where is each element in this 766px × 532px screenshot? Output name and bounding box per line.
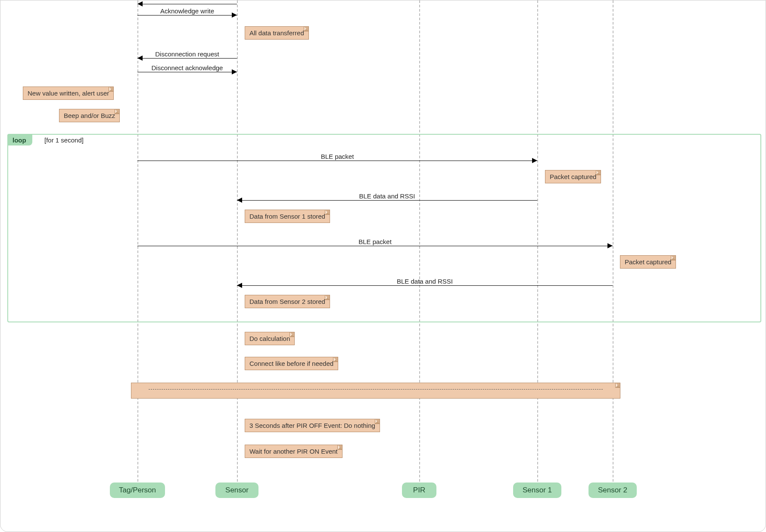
arrow-head	[237, 283, 242, 288]
message-label: BLE packet	[358, 238, 392, 245]
note-text: Data from Sensor 1 stored	[249, 213, 325, 220]
participant-pir: PIR	[402, 483, 436, 498]
loop-label: loop	[12, 136, 26, 144]
arrow-head	[232, 12, 237, 18]
note-text: Do calculation	[249, 335, 290, 342]
participant-s1: Sensor 1	[513, 483, 561, 498]
loop-tab: loop	[8, 135, 32, 145]
arrow-head	[532, 158, 537, 163]
note-wait: Wait for another PIR ON Event	[245, 445, 343, 458]
note-text: Packet captured	[550, 173, 596, 180]
message-label: Disconnection request	[155, 50, 219, 58]
note-text: Beep and/or Buzz	[64, 112, 115, 119]
message-arrow	[137, 15, 237, 15]
note-d1: Data from Sensor 1 stored	[245, 210, 330, 223]
note-new_value: New value written, alert user	[23, 87, 114, 100]
message-arrow	[137, 246, 613, 246]
loop-frame: loop[for 1 second]	[7, 134, 761, 322]
sequence-diagram: Tag/PersonSensorPIRSensor 1Sensor 2Ackno…	[0, 0, 766, 532]
note-d2: Data from Sensor 2 stored	[245, 295, 330, 308]
message-label: Disconnect acknowledge	[152, 64, 223, 71]
participant-tag: Tag/Person	[110, 483, 165, 498]
note-text: Packet captured	[625, 258, 671, 266]
message-arrow	[137, 72, 237, 72]
note-separator	[131, 383, 620, 399]
note-text: Connect like before if needed	[249, 360, 333, 367]
note-pkt1: Packet captured	[545, 170, 601, 183]
participant-label: Sensor 1	[523, 486, 552, 494]
note-text: Data from Sensor 2 stored	[249, 298, 325, 305]
note-text: Wait for another PIR ON Event	[249, 448, 338, 455]
message-arrow	[137, 4, 237, 4]
participant-label: Sensor	[225, 486, 249, 494]
note-text: All data transferred	[249, 29, 304, 37]
note-beep: Beep and/or Buzz	[59, 109, 120, 122]
arrow-head	[607, 243, 613, 248]
arrow-head	[137, 1, 143, 6]
message-label: BLE data and RSSI	[397, 278, 453, 285]
participant-main: Sensor	[215, 483, 258, 498]
message-arrow	[137, 161, 537, 161]
note-text: 3 Seconds after PIR OFF Event: Do nothin…	[249, 422, 375, 429]
participant-label: Sensor 2	[598, 486, 627, 494]
note-text: New value written, alert user	[28, 90, 109, 97]
participant-label: Tag/Person	[119, 486, 156, 494]
arrow-head	[137, 56, 143, 61]
note-calc: Do calculation	[245, 332, 295, 345]
note-reconnect: Connect like before if needed	[245, 357, 338, 370]
participant-label: PIR	[413, 486, 425, 494]
message-arrow	[137, 58, 237, 59]
loop-condition: [for 1 second]	[44, 136, 84, 144]
message-label: BLE data and RSSI	[359, 192, 415, 200]
note-all_data: All data transferred	[245, 26, 309, 40]
arrow-head	[232, 69, 237, 74]
note-pir_off: 3 Seconds after PIR OFF Event: Do nothin…	[245, 419, 380, 432]
message-label: Acknowledge write	[160, 7, 214, 15]
message-arrow	[237, 200, 537, 201]
note-pkt2: Packet captured	[620, 255, 676, 269]
arrow-head	[237, 198, 242, 203]
participant-s2: Sensor 2	[589, 483, 637, 498]
message-label: BLE packet	[321, 153, 354, 160]
message-arrow	[237, 285, 613, 286]
separator-line	[149, 389, 603, 390]
